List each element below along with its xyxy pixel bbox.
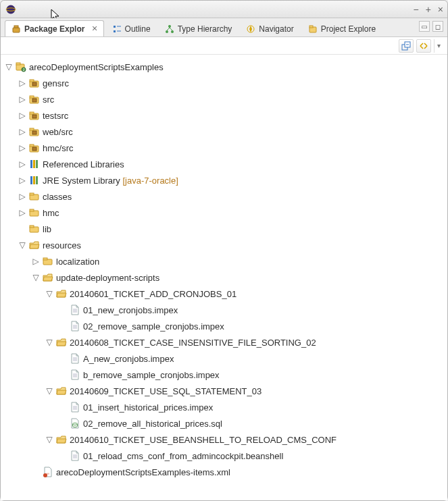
- tree-row[interactable]: ▽20140601_TICKET_ADD_CRONJOBS_01: [44, 286, 447, 302]
- twisty-collapsed-icon[interactable]: ▷: [18, 111, 26, 120]
- minimize-button[interactable]: −: [413, 4, 418, 15]
- minimize-view-button[interactable]: ▭: [419, 21, 430, 32]
- twisty-collapsed-icon[interactable]: ▷: [18, 160, 26, 168]
- tree-row[interactable]: 02_remove_all_historical_prices.sql: [57, 415, 447, 431]
- tree-label: src: [43, 95, 54, 105]
- tab-outline[interactable]: Outline: [105, 20, 157, 36]
- tree-row[interactable]: ▷gensrc: [17, 75, 447, 91]
- titlebar[interactable]: − + ×: [1, 1, 447, 18]
- twisty-collapsed-icon[interactable]: ▷: [18, 79, 26, 87]
- svg-rect-45: [30, 209, 34, 211]
- twisty-expanded-icon[interactable]: ▽: [45, 387, 53, 395]
- twisty-collapsed-icon[interactable]: ▷: [18, 209, 26, 217]
- tree-label: 01_new_cronjobs.impex: [83, 305, 178, 315]
- navigator-icon: [245, 24, 256, 34]
- tree-node: ▷gensrc: [17, 75, 447, 91]
- tree-row[interactable]: ▷JRE System Library [java-7-oracle]: [17, 172, 447, 188]
- svg-rect-3: [14, 26, 18, 28]
- outline-icon: [111, 24, 122, 34]
- svg-rect-49: [43, 258, 47, 260]
- twisty-collapsed-icon[interactable]: ▷: [18, 144, 26, 152]
- link-with-editor-button[interactable]: [416, 39, 431, 53]
- library-icon: [29, 159, 40, 169]
- tree-row[interactable]: ▽JarecoDeploymentScriptsExamples: [3, 59, 447, 75]
- tree-row[interactable]: ▷hmc/src: [17, 140, 447, 156]
- twisty-expanded-icon[interactable]: ▽: [45, 290, 53, 298]
- tree-row[interactable]: A_new_cronjobs.impex: [57, 350, 447, 367]
- twisty-collapsed-icon[interactable]: ▷: [32, 257, 40, 265]
- svg-rect-39: [30, 176, 32, 184]
- tree-row[interactable]: ‹›arecoDeploymentScriptsExamples-items.x…: [30, 464, 447, 480]
- svg-rect-5: [114, 30, 116, 32]
- tree-row[interactable]: b_remove_sample_cronjobs.impex: [57, 367, 447, 383]
- twisty-expanded-icon[interactable]: ▽: [5, 63, 13, 71]
- tree-row[interactable]: ▷src: [17, 91, 447, 107]
- tree-row[interactable]: ▽20140608_TICKET_CASE_INSENSITIVE_FILE_S…: [44, 334, 447, 350]
- tree-node: b_remove_sample_cronjobs.impex: [57, 367, 447, 383]
- tree-node: ▷JRE System Library [java-7-oracle]: [17, 172, 447, 188]
- twisty-expanded-icon[interactable]: ▽: [45, 436, 53, 444]
- tree-row[interactable]: lib: [17, 221, 447, 237]
- tree-row[interactable]: ▽20140610_TICKET_USE_BEANSHELL_TO_RELOAD…: [44, 431, 447, 448]
- twisty-expanded-icon[interactable]: ▽: [45, 338, 53, 346]
- tree-row[interactable]: ▽update-deployment-scripts: [30, 269, 447, 286]
- twisty-collapsed-icon[interactable]: ▷: [18, 95, 26, 103]
- tree-row[interactable]: ▽resources: [17, 237, 447, 253]
- maximize-button[interactable]: +: [426, 4, 431, 15]
- folder-open-icon: [29, 240, 40, 250]
- svg-rect-34: [30, 144, 34, 147]
- tree-node: ▽update-deployment-scripts▽20140601_TICK…: [30, 269, 447, 464]
- tree-row[interactable]: 01_insert_historical_prices.impex: [57, 399, 447, 415]
- twisty-collapsed-icon[interactable]: ▷: [18, 192, 26, 201]
- view-menu-button[interactable]: ▾: [434, 39, 443, 53]
- twisty-expanded-icon[interactable]: ▽: [18, 241, 26, 249]
- tree-row[interactable]: ▷web/src: [17, 124, 447, 140]
- tree-node: ▷localization: [30, 253, 447, 269]
- tab-label: Type Hierarchy: [178, 24, 232, 34]
- folder-icon: [29, 207, 40, 218]
- close-tab-icon[interactable]: ✕: [91, 24, 97, 33]
- tree-scroll-area[interactable]: ▽JarecoDeploymentScriptsExamples▷gensrc▷…: [1, 55, 447, 500]
- tree-label: update-deployment-scripts: [56, 273, 159, 283]
- file-icon: [70, 321, 80, 332]
- svg-rect-22: [30, 80, 34, 82]
- twisty-collapsed-icon[interactable]: ▷: [18, 128, 26, 136]
- package-explorer-icon: [11, 24, 22, 34]
- tree-row[interactable]: ▽20140609_TICKET_USE_SQL_STATEMENT_03: [44, 383, 447, 399]
- package-folder-icon: [29, 78, 40, 88]
- eclipse-window: − + × Package Explor✕OutlineType Hierarc…: [0, 0, 448, 501]
- tree-row[interactable]: 01_new_cronjobs.impex: [57, 302, 447, 318]
- tab-label: Navigator: [259, 24, 293, 34]
- tree-row[interactable]: 01_reload_cms_conf_from_admincockpit.bea…: [57, 448, 447, 464]
- twisty-expanded-icon[interactable]: ▽: [32, 273, 40, 282]
- tree-row[interactable]: ▷localization: [30, 253, 447, 269]
- file-icon: [70, 369, 80, 380]
- tree-row[interactable]: ▷classes: [17, 188, 447, 205]
- tree-node: ▷classes: [17, 188, 447, 205]
- tree-label: lib: [43, 224, 51, 234]
- folder-icon: [43, 256, 53, 267]
- collapse-all-button[interactable]: [399, 39, 414, 53]
- tab-navigator[interactable]: Navigator: [239, 20, 299, 36]
- tab-project-explorer[interactable]: Project Explore: [301, 20, 382, 36]
- tree-label: hmc/src: [43, 143, 74, 153]
- tab-label: Project Explore: [321, 24, 376, 34]
- tab-label: Package Explor: [24, 24, 84, 34]
- tree-row[interactable]: 02_remove_sample_cronjobs.impex: [57, 318, 447, 334]
- folder-icon: [29, 191, 40, 202]
- file-icon: [70, 450, 80, 461]
- tree-node: ▷hmc/src: [17, 140, 447, 156]
- tree-row[interactable]: ▷hmc: [17, 205, 447, 221]
- maximize-view-button[interactable]: ◻: [432, 21, 443, 32]
- tree-label: testsrc: [43, 111, 68, 121]
- tree-row[interactable]: ▷testsrc: [17, 107, 447, 124]
- tab-type-hierarchy[interactable]: Type Hierarchy: [158, 20, 239, 36]
- tree-node: ▷testsrc: [17, 107, 447, 124]
- file-xml-icon: ‹›: [43, 467, 53, 477]
- twisty-collapsed-icon[interactable]: ▷: [18, 176, 26, 184]
- file-icon: [70, 353, 80, 364]
- close-button[interactable]: ×: [438, 4, 443, 15]
- tree-label: 20140610_TICKET_USE_BEANSHELL_TO_RELOAD_…: [70, 435, 337, 445]
- tree-row[interactable]: ▷Referenced Libraries: [17, 156, 447, 172]
- tab-package-explorer[interactable]: Package Explor✕: [5, 20, 104, 36]
